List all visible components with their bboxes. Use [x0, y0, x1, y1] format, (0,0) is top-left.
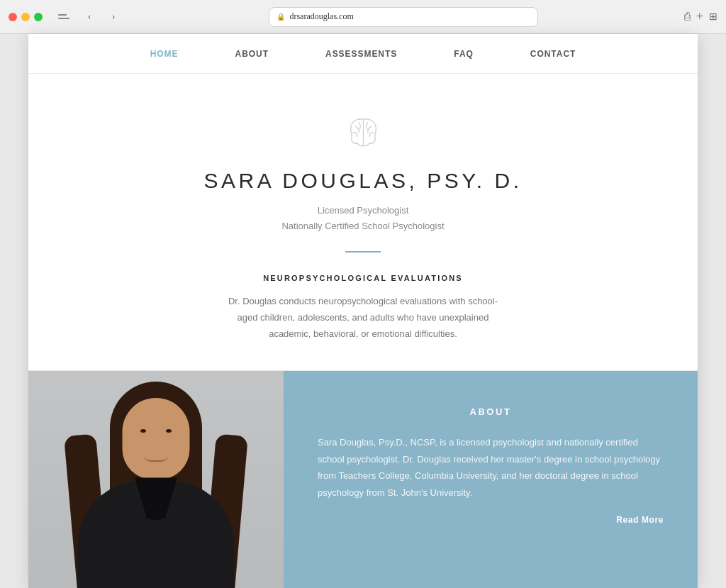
nav-item-faq[interactable]: FAQ	[454, 49, 474, 59]
about-content: ABOUT Sara Douglas, Psy.D., NCSP, is a l…	[284, 371, 698, 588]
grid-icon[interactable]: ⊞	[709, 11, 717, 23]
browser-chrome: ‹ › 🔒 drsaradouglas.com ⎙ + ⊞	[0, 0, 726, 34]
nav-item-about[interactable]: ABOUT	[235, 49, 269, 59]
hero-description: Dr. Douglas conducts neuropsychological …	[221, 294, 505, 342]
browser-controls: ‹ ›	[55, 7, 123, 27]
share-icon[interactable]: ⎙	[684, 11, 691, 23]
forward-icon: ›	[112, 11, 116, 23]
hero-divider	[345, 251, 381, 253]
about-section: ABOUT Sara Douglas, Psy.D., NCSP, is a l…	[28, 371, 698, 588]
nav-item-assessments[interactable]: ASSESSMENTS	[325, 49, 397, 59]
read-more-link[interactable]: Read More	[318, 515, 664, 525]
back-icon: ‹	[88, 11, 91, 23]
lock-icon: 🔒	[277, 13, 285, 21]
hero-section: SARA DOUGLAS, PSY. D. Licensed Psycholog…	[28, 74, 698, 371]
hero-subtitle: Licensed Psychologist Nationally Certifi…	[57, 203, 669, 234]
minimize-button[interactable]	[21, 13, 30, 21]
traffic-lights	[9, 13, 43, 21]
url-text: drsaradouglas.com	[289, 11, 353, 22]
sidebar-toggle-button[interactable]	[55, 9, 75, 25]
new-tab-icon[interactable]: +	[696, 9, 703, 24]
hero-section-title: NEUROPSYCHOLOGICAL EVALUATIONS	[57, 274, 669, 282]
about-text: Sara Douglas, Psy.D., NCSP, is a license…	[318, 434, 664, 501]
browser-right-actions: ⎙ + ⊞	[684, 9, 717, 24]
brain-icon	[342, 109, 384, 152]
nav-item-contact[interactable]: CONTACT	[530, 49, 576, 59]
forward-button[interactable]: ›	[104, 7, 123, 27]
navigation: HOME ABOUT ASSESSMENTS FAQ CONTACT	[28, 34, 698, 74]
close-button[interactable]	[9, 13, 17, 21]
maximize-button[interactable]	[34, 13, 43, 21]
about-title: ABOUT	[318, 406, 664, 417]
address-bar-container: 🔒 drsaradouglas.com	[129, 7, 678, 27]
website: HOME ABOUT ASSESSMENTS FAQ CONTACT SARA …	[28, 34, 698, 588]
about-photo	[28, 371, 284, 588]
nav-item-home[interactable]: HOME	[150, 49, 179, 59]
back-button[interactable]: ‹	[79, 7, 99, 27]
address-bar[interactable]: 🔒 drsaradouglas.com	[269, 7, 538, 27]
hero-name: SARA DOUGLAS, PSY. D.	[57, 169, 669, 193]
